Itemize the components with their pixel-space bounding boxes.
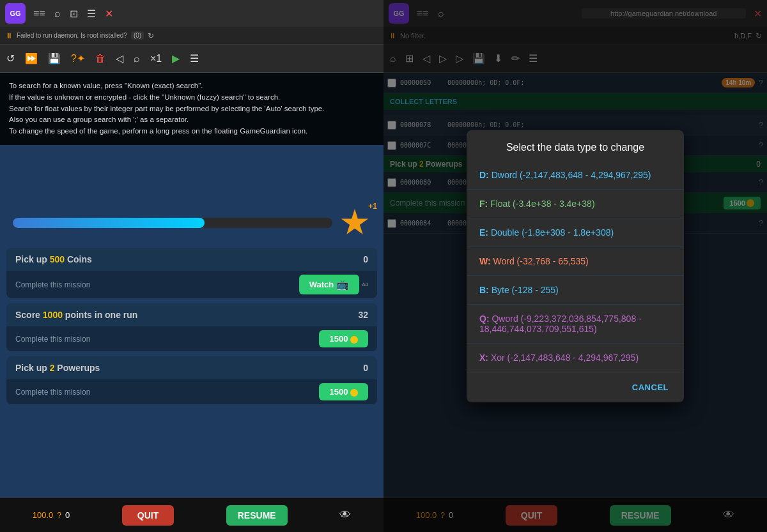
pause-icon-left: ⏸ — [5, 31, 13, 40]
play-btn[interactable]: ▶ — [169, 50, 182, 67]
mission-2-value: 32 — [358, 310, 368, 320]
modal-option-float[interactable]: F: Float (-3.4e+38 - 3.4e+38) — [467, 190, 684, 218]
delete-btn[interactable]: 🗑 — [93, 50, 108, 67]
modal-title: Select the data type to change — [467, 130, 684, 161]
search-icon-top[interactable]: ⌕ — [54, 8, 61, 19]
speed-value: 100.0 — [33, 510, 54, 520]
gg-logo-left: GG — [5, 3, 26, 24]
help-text: To search for a known value, press "Know… — [9, 82, 324, 135]
modal-footer: CANCEL — [467, 372, 684, 402]
search-btn[interactable]: ⌕ — [131, 50, 143, 67]
left-topbar-icons: ≡≡ ⌕ ⊡ ☰ ✕ — [33, 8, 378, 20]
mission-2-text: Score 1000 points in one run — [15, 310, 137, 320]
save-icon-top[interactable]: ⊡ — [70, 8, 78, 20]
progress-fill — [13, 218, 205, 228]
modal-dialog: Select the data type to change D: Dword … — [467, 130, 684, 402]
fast-forward-btn[interactable]: ⏩ — [22, 50, 40, 67]
mission-1: Pick up 500 Coins 0 Complete this missio… — [6, 248, 377, 298]
progress-bar — [13, 218, 332, 228]
modal-option-double[interactable]: E: Double (-1.8e+308 - 1.8e+308) — [467, 218, 684, 247]
refresh-icon-left[interactable]: ↻ — [148, 31, 154, 40]
modal-option-xor[interactable]: X: Xor (-2,147,483,648 - 4,294,967,295) — [467, 344, 684, 372]
left-panel: GG ≡≡ ⌕ ⊡ ☰ ✕ ⏸ Failed to run daemon. Is… — [0, 0, 384, 532]
save-btn[interactable]: 💾 — [45, 50, 63, 67]
game-ui: +1 Pick up 500 Coins 0 Complete this mis… — [0, 201, 384, 407]
mission-2-row: Score 1000 points in one run 32 — [6, 303, 377, 326]
left-topbar: GG ≡≡ ⌕ ⊡ ☰ ✕ — [0, 0, 384, 27]
mission-3-text: Pick up 2 Powerups — [15, 363, 100, 373]
coins-btn-2[interactable]: 1500 — [319, 330, 368, 347]
menu-icon-top[interactable]: ☰ — [87, 8, 96, 20]
mission-3-value: 0 — [363, 363, 368, 373]
left-statusbar: ⏸ Failed to run daemon. Is root installe… — [0, 27, 384, 45]
left-toolbar: ↺ ⏩ 💾 ?✦ 🗑 ◁ ⌕ ×1 ▶ ☰ — [0, 45, 384, 73]
eye-icon-left[interactable]: 👁 — [339, 508, 351, 522]
watch-btn[interactable]: Watch 📺 — [299, 275, 360, 294]
mission-1-row: Pick up 500 Coins 0 — [6, 248, 377, 271]
resume-btn-left[interactable]: RESUME — [226, 505, 288, 526]
back-btn[interactable]: ◁ — [113, 50, 126, 67]
left-status-badge: (0) — [131, 31, 144, 40]
mission-3-row: Pick up 2 Powerups 0 — [6, 356, 377, 379]
star-area: +1 — [6, 201, 377, 245]
mission-3: Pick up 2 Powerups 0 Complete this missi… — [6, 356, 377, 404]
star-icon — [341, 209, 369, 237]
mission-1-value: 0 — [363, 254, 368, 264]
mission-3-complete: Complete this mission — [15, 388, 90, 397]
undo-btn[interactable]: ↺ — [4, 50, 17, 67]
menu-btn[interactable]: ☰ — [187, 50, 201, 67]
modal-option-dword[interactable]: D: Dword (-2,147,483,648 - 4,294,967,295… — [467, 161, 684, 189]
left-status-message: Failed to run daemon. Is root installed? — [17, 32, 127, 39]
question-btn[interactable]: ?✦ — [68, 50, 88, 67]
mission-2: Score 1000 points in one run 32 Complete… — [6, 303, 377, 351]
help-overlay: To search for a known value, press "Know… — [0, 73, 384, 145]
quit-btn-left[interactable]: QUIT — [122, 505, 174, 526]
ad-label: Ad — [362, 282, 368, 287]
left-bottombar: 100.0 ? 0 QUIT RESUME 👁 — [0, 498, 384, 532]
speed-info: 100.0 ? 0 — [33, 510, 70, 520]
mission-2-complete: Complete this mission — [15, 335, 90, 344]
mission-3-action: Complete this mission 1500 — [6, 379, 377, 404]
mission-1-complete: Complete this mission — [15, 280, 90, 289]
coins-btn-3[interactable]: 1500 — [319, 383, 368, 400]
modal-overlay: Select the data type to change D: Dword … — [384, 0, 767, 532]
mission-1-text: Pick up 500 Coins — [15, 254, 92, 264]
modal-option-byte[interactable]: B: Byte (-128 - 255) — [467, 276, 684, 304]
right-panel: GG ≡≡ ⌕ ✕ ⏸ No filter. h,D,F ↻ ⌕ ⊞ ◁ ▷ ▷… — [384, 0, 767, 532]
x1-label[interactable]: ×1 — [148, 50, 164, 67]
mission-1-action: Complete this mission Watch 📺 Ad — [6, 271, 377, 298]
mission-2-action: Complete this mission 1500 — [6, 326, 377, 351]
q-count: 0 — [65, 510, 70, 520]
plus-one-badge: +1 — [368, 202, 377, 211]
close-icon-top[interactable]: ✕ — [105, 8, 113, 20]
cancel-btn[interactable]: CANCEL — [627, 379, 674, 396]
modal-option-qword[interactable]: Q: Qword (-9,223,372,036,854,775,808 - 1… — [467, 305, 684, 343]
game-content-left: To search for a known value, press "Know… — [0, 73, 384, 498]
modal-option-word[interactable]: W: Word (-32,768 - 65,535) — [467, 247, 684, 275]
question-mark: ? — [57, 511, 61, 520]
equalizer-icon[interactable]: ≡≡ — [33, 8, 45, 19]
